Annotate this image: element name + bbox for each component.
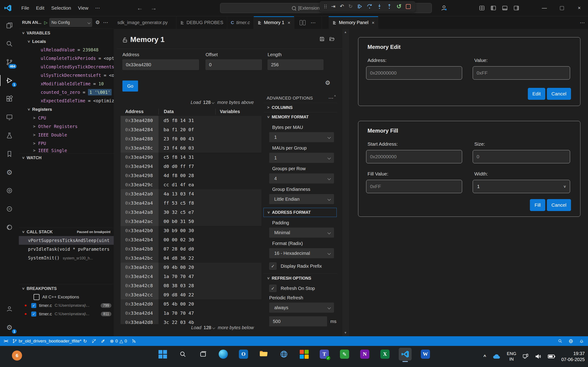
word-icon[interactable]: W — [419, 348, 432, 361]
layout-grid-icon[interactable] — [479, 5, 485, 11]
edit-cancel-button[interactable]: Cancel — [547, 88, 571, 100]
display-radix-prefix-row[interactable]: ✓ Display Radix Prefix — [269, 262, 337, 270]
stack-frame[interactable]: SystemInit()system_sr100_h... — [19, 253, 114, 262]
speaker-icon[interactable] — [535, 353, 542, 360]
bytes-per-mau-select[interactable]: 1 — [269, 132, 334, 142]
exception-breakpoint-row[interactable]: All C++ Exceptions — [19, 293, 114, 301]
scroll-up-icon[interactable]: ▲ — [334, 94, 336, 97]
register-group-other[interactable]: >Other Registers — [19, 122, 114, 131]
nav-forward-icon[interactable]: → — [150, 0, 157, 16]
toggle-sidebar-left-icon[interactable] — [490, 5, 496, 11]
segger-ring-icon[interactable] — [0, 200, 19, 218]
vscode-taskbar-icon[interactable] — [399, 348, 412, 361]
onenote-icon[interactable]: N — [358, 348, 371, 361]
outlook-icon[interactable]: O — [237, 348, 250, 361]
memory-row[interactable]: 0x33ea42984d f8 00 28 — [121, 171, 261, 180]
register-group-cpu[interactable]: >CPU — [19, 114, 114, 122]
fill-width-select[interactable]: 1v — [473, 180, 570, 193]
internet-globe-icon[interactable] — [277, 348, 290, 361]
checkbox-checked[interactable]: ✓ — [31, 303, 36, 308]
breakpoints-section-header[interactable]: > BREAKPOINTS — [19, 284, 114, 293]
task-view-icon[interactable] — [197, 348, 209, 361]
globe-status-icon[interactable] — [569, 339, 573, 344]
fill-button[interactable]: Fill — [530, 199, 545, 211]
breakpoint-row[interactable]: ● ✓ timer.c C:\Users\pnataraj\... 799 — [19, 301, 114, 310]
address-format-section[interactable]: > ADDRESS FORMAT — [263, 208, 337, 217]
zoom-status-icon[interactable] — [558, 339, 562, 343]
load-more-above[interactable]: Load 128 more bytes above — [114, 100, 254, 107]
battery-icon[interactable] — [548, 354, 555, 359]
jlink-ring-icon[interactable] — [0, 218, 19, 236]
memory-row[interactable]: 0x33ea42cc09 d8 40 22 — [121, 290, 261, 299]
explorer-icon[interactable] — [0, 16, 19, 35]
windows-start-icon[interactable] — [156, 348, 169, 361]
variable-row[interactable]: ulSysTickDecrementsLeft = <o… — [19, 71, 114, 80]
close-tab-icon[interactable]: × — [288, 20, 290, 25]
nav-back-icon[interactable]: ← — [137, 0, 143, 16]
tray-expand-icon[interactable]: ^ — [484, 354, 486, 359]
test-flask-icon[interactable] — [0, 126, 19, 145]
step-out-icon[interactable] — [387, 4, 392, 9]
memory-row[interactable]: 0x33ea42b030 b9 00 30 — [121, 226, 261, 235]
settings-gear-icon[interactable]: ⚙ 1 — [0, 318, 19, 336]
columns-section[interactable]: > COLUMNS — [263, 103, 337, 112]
memory-row[interactable]: 0x33ea428823 f0 00 43 — [121, 134, 261, 143]
reverse-continue-icon[interactable]: ↶ — [340, 3, 344, 9]
run-to-cursor-icon[interactable]: ⇥ — [331, 3, 335, 9]
stack-frame[interactable]: prvIdleTask(void * pvParameters — [19, 245, 114, 253]
memory-row[interactable]: 0x33ea4280d5 f8 14 31 — [121, 116, 261, 125]
memory-row[interactable]: 0x33ea4284ba f1 20 0f — [121, 125, 261, 134]
tab-sdk-image-generator[interactable]: sdk_image_generator.py — [114, 16, 176, 29]
excel-icon[interactable]: X — [379, 348, 391, 361]
memory-format-section[interactable]: > MEMORY FORMAT — [263, 112, 337, 122]
tab-memory-panel[interactable]: Memory Panel × — [329, 16, 378, 29]
tab-memory-1[interactable]: Memory 1 × — [254, 16, 294, 29]
refresh-options-section[interactable]: > REFRESH OPTIONS — [263, 274, 337, 283]
breakpoint-row[interactable]: ● ✓ timer.c C:\Users\pnataraj\... 811 — [19, 310, 114, 318]
language-indicator[interactable]: ENG IN — [507, 351, 516, 362]
stop-icon[interactable] — [406, 4, 411, 9]
remote-indicator[interactable]: >< — [4, 339, 8, 344]
memory-row[interactable]: 0x33ea4294d0 d0 ff f7 — [121, 162, 261, 171]
extensions-icon[interactable] — [0, 90, 19, 108]
memory-row[interactable]: 0x33ea42c808 38 03 28 — [121, 281, 261, 290]
flash-rocket-icon[interactable] — [101, 339, 105, 343]
ms-store-icon[interactable] — [298, 348, 311, 361]
edit-button[interactable]: Edit — [528, 88, 545, 100]
memory-options-gear-icon[interactable]: ⚙ — [325, 79, 330, 86]
errors-warnings[interactable]: ⊗ 0 △ 0 — [110, 338, 127, 344]
greenshot-icon[interactable]: ✎ — [338, 348, 351, 361]
memory-row[interactable]: 0x33ea42b400 00 02 30 — [121, 235, 261, 244]
padding-select[interactable]: Minimal — [269, 227, 334, 238]
go-button[interactable]: Go — [122, 81, 138, 92]
register-group-ieee-single[interactable]: >IEEE Single — [19, 148, 114, 153]
stack-frame[interactable]: vPortSuppressTicksAndSleep(uint — [19, 236, 114, 245]
variable-row[interactable]: ulCompletedSysTickDecrements = — [19, 63, 114, 71]
editor-more-icon[interactable]: ⋯ — [580, 20, 585, 26]
checkbox-unchecked[interactable] — [34, 294, 40, 300]
taskbar-search-icon[interactable] — [176, 348, 189, 361]
address-input[interactable] — [122, 59, 199, 70]
fill-cancel-button[interactable]: Cancel — [547, 199, 571, 211]
variable-row-selected[interactable]: counted_to_zero = 1 '\001' — [19, 88, 114, 97]
memory-row[interactable]: 0x33ea42a04a 13 03 f4 — [121, 189, 261, 198]
fill-size-input[interactable] — [473, 150, 570, 163]
memory-row[interactable]: 0x33ea42a830 32 c5 e7 — [121, 208, 261, 217]
config-dropdown[interactable]: No Config — [49, 18, 92, 27]
memory-row[interactable]: 0x33ea42c009 4b 00 20 — [121, 263, 261, 272]
groups-per-row-select[interactable]: 4 — [269, 173, 334, 184]
editor-more-icon[interactable]: ⋯ — [311, 20, 316, 26]
run-debug-icon[interactable]: 1 — [0, 71, 19, 90]
source-control-icon[interactable]: 464 — [0, 53, 19, 71]
offset-input[interactable] — [206, 59, 262, 70]
scroll-down-icon[interactable]: ▼ — [342, 331, 349, 334]
callstack-section-header[interactable]: > CALL STACK Paused on breakpoint — [19, 227, 114, 236]
checkbox-checked[interactable]: ✓ — [269, 262, 277, 270]
maximize-button[interactable] — [553, 0, 571, 16]
fill-start-input[interactable] — [366, 150, 462, 163]
close-tab-icon[interactable]: × — [372, 20, 374, 25]
clock[interactable]: 19:37 07-06-2025 — [561, 350, 585, 362]
menu-edit[interactable]: Edit — [33, 5, 48, 11]
memory-row[interactable]: 0x33ea4290c5 f8 14 31 — [121, 152, 261, 162]
variable-row[interactable]: ulCompleteTickPeriods = <opt… — [19, 54, 114, 63]
